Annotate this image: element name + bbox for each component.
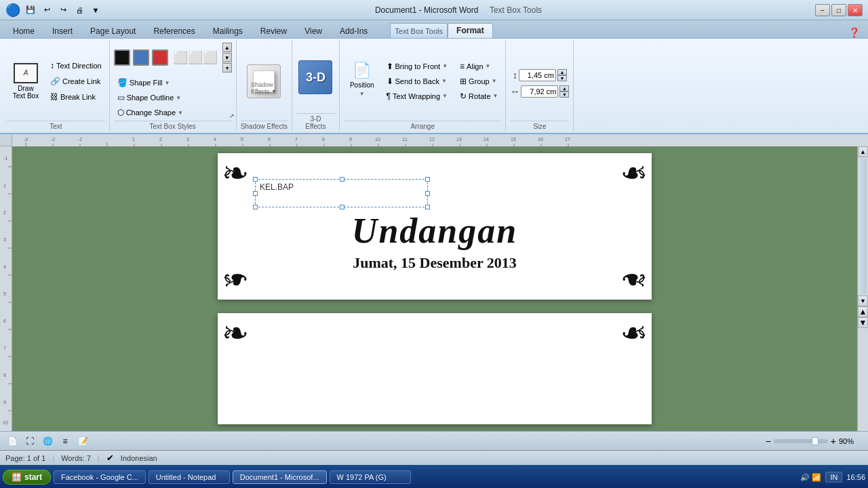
send-back-dropdown[interactable]: ▼ [441, 78, 447, 84]
height-spin-down[interactable]: ▼ [557, 75, 567, 81]
quick-undo[interactable]: ↩ [41, 4, 53, 16]
tab-mailings[interactable]: Mailings [204, 23, 252, 38]
align-dropdown[interactable]: ▼ [486, 63, 491, 69]
language-indicator[interactable]: IN [825, 472, 842, 483]
rotate-button[interactable]: ↻ Rotate ▼ [456, 89, 501, 103]
color-swatch-red[interactable] [152, 49, 168, 66]
selected-textbox[interactable]: KEL.BAP [255, 179, 428, 207]
scroll-up-button[interactable]: ▲ [858, 146, 868, 157]
handle-top-right[interactable] [425, 177, 430, 182]
handle-bot-right[interactable] [425, 205, 430, 209]
color-swatch-blue[interactable] [133, 49, 149, 66]
app-body: -1 1 2 3 4 5 6 7 8 9 10 [0, 146, 868, 431]
print-layout-btn[interactable]: 📄 [5, 435, 19, 447]
tab-format[interactable]: Format [448, 23, 493, 38]
width-spin-down[interactable]: ▼ [559, 92, 569, 98]
height-spinner: ▲ ▼ [557, 69, 567, 81]
text-wrapping-button[interactable]: ¶ Text Wrapping ▼ [383, 89, 452, 103]
width-spin-up[interactable]: ▲ [559, 85, 569, 92]
shadow-effects-button[interactable]: ShadowEffects ▼ [247, 64, 281, 98]
textbox-content[interactable]: KEL.BAP [256, 180, 427, 195]
taskbar-word[interactable]: Document1 - Microsof... [233, 470, 327, 484]
start-button[interactable]: 🪟 start [3, 470, 51, 485]
shape-outline-dropdown[interactable]: ▼ [176, 95, 181, 101]
group-button[interactable]: ⊞ Group ▼ [456, 75, 501, 88]
3d-effects-button[interactable]: 3-D [298, 60, 332, 94]
taskbar-facebook[interactable]: Facebook - Google C... [54, 470, 146, 484]
rotate-icon: ↻ [460, 92, 467, 101]
tab-view[interactable]: View [296, 23, 331, 38]
taskbar-pa[interactable]: W 1972 PA (G) [330, 470, 411, 484]
width-input[interactable] [521, 85, 558, 98]
tab-page-layout[interactable]: Page Layout [81, 23, 144, 38]
outline-btn[interactable]: ≡ [58, 435, 72, 447]
styles-scroll-up[interactable]: ▲ [222, 43, 232, 52]
handle-bot-left[interactable] [253, 205, 258, 209]
full-screen-btn[interactable]: ⛶ [23, 435, 37, 447]
handle-mid-right[interactable] [425, 191, 430, 196]
break-link-button[interactable]: ⛓ Break Link [47, 90, 105, 104]
handle-bot-mid[interactable] [340, 205, 344, 209]
shape-outline-button[interactable]: ▭ Shape Outline ▼ [114, 91, 186, 104]
shape-fill-button[interactable]: 🪣 Shape Fill ▼ [114, 76, 186, 89]
maximize-button[interactable]: □ [831, 4, 846, 16]
color-swatch-black[interactable] [114, 49, 130, 66]
group-dropdown[interactable]: ▼ [492, 78, 497, 84]
handle-top-mid[interactable] [340, 177, 344, 182]
change-shape-button[interactable]: ⬡ Change Shape ▼ [114, 106, 186, 119]
taskbar-notepad[interactable]: Untitled - Notepad [149, 470, 230, 484]
styles-scroll-down[interactable]: ▼ [222, 53, 232, 62]
scroll-thumb[interactable] [859, 159, 867, 294]
zoom-in-button[interactable]: + [831, 436, 836, 447]
scroll-down-button[interactable]: ▼ [858, 296, 868, 306]
tab-insert[interactable]: Insert [43, 23, 81, 38]
create-link-button[interactable]: 🔗 Create Link [47, 75, 105, 88]
quick-save[interactable]: 💾 [24, 4, 37, 16]
help-icon[interactable]: ❓ [844, 27, 864, 38]
minimize-button[interactable]: − [815, 4, 830, 16]
tab-review[interactable]: Review [252, 23, 296, 38]
draw-textbox-button[interactable]: A DrawText Box [7, 62, 45, 100]
group-label-textbox-styles: Text Box Styles [114, 121, 232, 130]
bring-to-front-button[interactable]: ⬆ Bring to Front ▼ [383, 60, 452, 73]
align-button[interactable]: ≡ Align ▼ [456, 60, 501, 73]
rotate-dropdown[interactable]: ▼ [493, 93, 498, 99]
handle-mid-left[interactable] [253, 191, 258, 196]
bottom-controls: 📄 ⛶ 🌐 ≡ 📝 − + 90% [0, 431, 868, 450]
change-shape-dropdown[interactable]: ▼ [178, 110, 183, 116]
text-direction-button[interactable]: ↕ Text Direction [47, 59, 105, 73]
quick-redo[interactable]: ↪ [57, 4, 69, 16]
spell-icon[interactable]: ✔ [106, 453, 114, 463]
height-spin-up[interactable]: ▲ [557, 69, 567, 75]
height-input[interactable] [519, 69, 556, 81]
tab-add-ins[interactable]: Add-Ins [331, 23, 376, 38]
web-layout-btn[interactable]: 🌐 [41, 435, 54, 447]
tab-references[interactable]: References [144, 23, 203, 38]
styles-gallery[interactable]: ⬜⬜⬜ [171, 48, 220, 67]
change-shape-icon: ⬡ [117, 108, 124, 117]
ribbon-group-size: ↕ ▲ ▼ ↔ ▲ ▼ Size [506, 40, 574, 131]
tab-home[interactable]: Home [4, 23, 43, 38]
scroll-pageup-button[interactable]: ▲ [858, 306, 868, 317]
zoom-slider[interactable] [774, 439, 828, 443]
styles-dialog-launcher[interactable]: ↗ [229, 113, 235, 119]
zoom-out-button[interactable]: − [766, 436, 771, 447]
close-button[interactable]: ✕ [848, 4, 863, 16]
send-to-back-button[interactable]: ⬇ Send to Back ▼ [383, 75, 452, 88]
start-icon: 🪟 [12, 472, 22, 482]
height-icon: ↕ [513, 70, 517, 81]
scroll-pagedown-button[interactable]: ▼ [858, 317, 868, 328]
draft-btn[interactable]: 📝 [76, 435, 90, 447]
handle-top-left[interactable] [253, 177, 258, 182]
shape-fill-dropdown[interactable]: ▼ [165, 80, 170, 86]
styles-more[interactable]: ▾ [222, 63, 232, 73]
bring-front-dropdown[interactable]: ▼ [442, 63, 448, 69]
quick-more[interactable]: ▼ [90, 4, 102, 16]
position-dropdown[interactable]: ▼ [359, 91, 365, 97]
text-wrap-dropdown[interactable]: ▼ [442, 93, 448, 99]
quick-print[interactable]: 🖨 [73, 4, 85, 16]
system-time: 16:56 [846, 473, 865, 481]
position-button[interactable]: 📄 Position ▼ [347, 60, 378, 99]
vertical-scrollbar[interactable]: ▲ ▼ ▲ ▼ [857, 146, 868, 431]
svg-text:14: 14 [484, 137, 489, 142]
